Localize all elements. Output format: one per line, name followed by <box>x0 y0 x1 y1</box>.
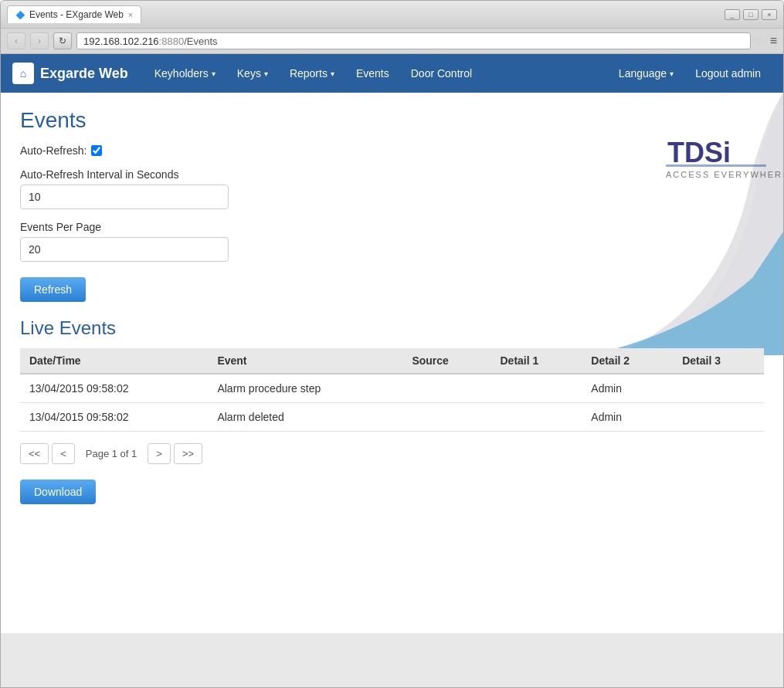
nav-logout-label: Logout admin <box>695 67 761 80</box>
refresh-button[interactable]: Refresh <box>20 277 86 302</box>
nav-language-label: Language <box>619 67 667 80</box>
first-page-button[interactable]: << <box>20 443 49 464</box>
tab-title: Events - EXgarde Web <box>29 9 124 20</box>
cell-event: Alarm procedure step <box>208 374 402 403</box>
chevron-down-icon: ▾ <box>331 69 334 78</box>
content-inner: Events Auto-Refresh: Auto-Refresh Interv… <box>20 108 764 504</box>
tab-favicon: 🔷 <box>15 11 25 19</box>
url-bar[interactable]: 192.168.102.216 :8880 /Events <box>76 32 751 49</box>
table-header-row: Date/Time Event Source Detail 1 Detail 2… <box>20 348 764 374</box>
page-title: Events <box>20 108 764 133</box>
nav-keyholders-label: Keyholders <box>154 67 209 80</box>
page-info: Page 1 of 1 <box>78 444 145 463</box>
nav-keyholders[interactable]: Keyholders ▾ <box>144 54 226 93</box>
prev-page-button[interactable]: < <box>52 443 75 464</box>
nav-reports[interactable]: Reports ▾ <box>279 54 345 93</box>
pagination: << < Page 1 of 1 > >> <box>20 443 764 464</box>
tab-close-icon[interactable]: × <box>128 10 133 19</box>
interval-input[interactable] <box>20 185 229 209</box>
per-page-label: Events Per Page <box>20 221 764 233</box>
table-row: 13/04/2015 09:58:02Alarm procedure stepA… <box>20 374 764 403</box>
brand-icon: ⌂ <box>12 63 34 84</box>
url-port: :8880 <box>159 36 185 47</box>
restore-button[interactable]: □ <box>743 9 759 20</box>
cell-detail2: Admin <box>582 403 673 432</box>
cell-detail2: Admin <box>582 374 673 403</box>
last-page-button[interactable]: >> <box>174 443 202 464</box>
interval-group: Auto-Refresh Interval in Seconds <box>20 168 764 209</box>
chevron-down-icon: ▾ <box>670 69 674 78</box>
chevron-down-icon: ▾ <box>264 69 268 78</box>
cell-detail3 <box>673 403 764 432</box>
nav-door-control-label: Door Control <box>411 67 472 80</box>
nav-logout[interactable]: Logout admin <box>684 54 772 93</box>
nav-door-control[interactable]: Door Control <box>400 54 483 93</box>
cell-detail1 <box>490 403 582 432</box>
next-page-button[interactable]: > <box>148 443 171 464</box>
url-path: /Events <box>184 36 217 47</box>
address-bar: ‹ › ↻ 192.168.102.216 :8880 /Events ☆ ≡ <box>1 29 783 54</box>
url-host: 192.168.102.216 <box>83 36 159 47</box>
window-controls: _ □ × <box>725 9 777 20</box>
events-table: Date/Time Event Source Detail 1 Detail 2… <box>20 348 764 432</box>
cell-source <box>402 403 490 432</box>
nav-reports-label: Reports <box>290 67 328 80</box>
table-row: 13/04/2015 09:58:02Alarm deletedAdmin <box>20 403 764 432</box>
chevron-down-icon: ▾ <box>212 69 216 78</box>
navbar: ⌂ Exgarde Web Keyholders ▾ Keys ▾ Report… <box>1 54 783 93</box>
back-button[interactable]: ‹ <box>7 32 25 49</box>
cell-event: Alarm deleted <box>208 403 402 432</box>
auto-refresh-label: Auto-Refresh: <box>20 144 764 157</box>
navbar-right: Language ▾ Logout admin <box>608 54 772 93</box>
per-page-input[interactable] <box>20 237 229 262</box>
title-bar: 🔷 Events - EXgarde Web × _ □ × <box>1 1 783 29</box>
cell-datetime: 13/04/2015 09:58:02 <box>20 403 208 432</box>
minimize-button[interactable]: _ <box>725 9 740 20</box>
col-detail2: Detail 2 <box>582 348 673 374</box>
table-header: Date/Time Event Source Detail 1 Detail 2… <box>20 348 764 374</box>
cell-detail1 <box>490 374 582 403</box>
auto-refresh-group: Auto-Refresh: <box>20 144 764 157</box>
cell-detail3 <box>673 374 764 403</box>
col-source: Source <box>402 348 490 374</box>
close-button[interactable]: × <box>762 9 777 20</box>
nav-events[interactable]: Events <box>345 54 400 93</box>
col-datetime: Date/Time <box>20 348 208 374</box>
brand-link[interactable]: ⌂ Exgarde Web <box>12 63 128 84</box>
forward-button[interactable]: › <box>30 32 49 49</box>
nav-keys-label: Keys <box>237 67 261 80</box>
auto-refresh-checkbox[interactable] <box>91 145 102 156</box>
nav-keys[interactable]: Keys ▾ <box>226 54 279 93</box>
download-button[interactable]: Download <box>20 480 96 504</box>
bookmark-icon[interactable]: ☆ <box>755 34 765 48</box>
page-content: TDSi ACCESS EVERYWHERE Events Auto-Refre… <box>1 93 783 633</box>
browser-menu-icon[interactable]: ≡ <box>770 34 777 48</box>
col-detail3: Detail 3 <box>673 348 764 374</box>
live-events-title: Live Events <box>20 317 764 339</box>
col-event: Event <box>208 348 402 374</box>
browser-refresh-button[interactable]: ↻ <box>53 32 72 49</box>
cell-source <box>402 374 490 403</box>
interval-label: Auto-Refresh Interval in Seconds <box>20 168 764 181</box>
nav-events-label: Events <box>356 67 389 80</box>
cell-datetime: 13/04/2015 09:58:02 <box>20 374 208 403</box>
brand-name: Exgarde Web <box>40 66 128 82</box>
col-detail1: Detail 1 <box>490 348 582 374</box>
per-page-group: Events Per Page <box>20 221 764 262</box>
browser-tab[interactable]: 🔷 Events - EXgarde Web × <box>7 5 141 23</box>
browser-window: 🔷 Events - EXgarde Web × _ □ × ‹ › ↻ 192… <box>0 0 784 688</box>
nav-language[interactable]: Language ▾ <box>608 54 684 93</box>
table-body: 13/04/2015 09:58:02Alarm procedure stepA… <box>20 374 764 432</box>
